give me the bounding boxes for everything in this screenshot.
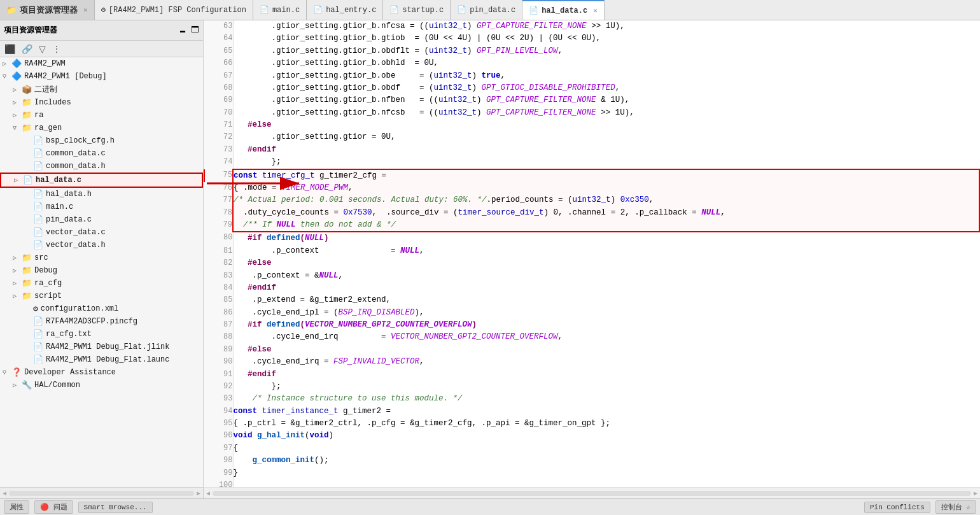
code-line-74: 74 };: [204, 156, 979, 169]
binary-icon: 📦: [22, 85, 32, 95]
sidebar-item-src[interactable]: ▷ 📁 src: [0, 251, 203, 264]
h-icon-vector: 📄: [33, 240, 43, 250]
sidebar-item-includes[interactable]: ▷ 📁 Includes: [0, 96, 203, 109]
collapse-all-button[interactable]: ⬛: [3, 43, 17, 55]
line-number: 65: [204, 45, 233, 57]
sidebar-item-bsp-clock[interactable]: 📄 bsp_clock_cfg.h: [0, 134, 203, 147]
tab-close-project[interactable]: ✕: [83, 6, 88, 14]
sidebar-item-launch[interactable]: 📄 RA4M2_PWM1 Debug_Flat.launc: [0, 353, 203, 366]
sidebar-item-hal-common[interactable]: ▷ 🔧 HAL/Common: [0, 379, 203, 392]
editor-hscroll[interactable]: ◀ ▶: [204, 487, 980, 498]
code-line-96: 96void g_hal_init(void): [204, 430, 979, 442]
link-editor-button[interactable]: 🔗: [20, 43, 34, 55]
code-line-75: 75const timer_cfg_t g_timer2_cfg =: [204, 169, 979, 182]
tab-hal-data[interactable]: 📄 hal_data.c ✕: [522, 0, 605, 20]
maximize-icon[interactable]: 🗖: [191, 25, 199, 35]
label-common-data-c: common_data.c: [46, 149, 106, 158]
sidebar-item-r7fa[interactable]: 📄 R7FA4M2AD3CFP.pincfg: [0, 315, 203, 328]
sidebar-hscroll[interactable]: ◀ ▶: [0, 487, 203, 498]
label-dev-assist: Developer Assistance: [24, 368, 116, 377]
sidebar-item-jlink[interactable]: 📄 RA4M2_PWM1 Debug_Flat.jlink: [0, 341, 203, 353]
sidebar-item-hal-data-h[interactable]: 📄 hal_data.h: [0, 188, 203, 201]
status-tab-console[interactable]: 控制台 ☆: [935, 500, 976, 514]
code-line-98: 98 g_common_init();: [204, 455, 979, 467]
sidebar-item-ra4m2-pwm1-debug[interactable]: ▽ 🔷 RA4M2_PWM1 [Debug]: [0, 70, 203, 83]
editor-content[interactable]: 63 .gtior_setting.gtior_b.nfcsa = ((uint…: [204, 20, 980, 487]
line-number: 94: [204, 406, 233, 418]
launch-icon: 📄: [33, 355, 43, 365]
sidebar-item-vector-data-h[interactable]: 📄 vector_data.h: [0, 239, 203, 251]
line-code-content: #if defined(VECTOR_NUMBER_GPT2_COUNTER_O…: [233, 319, 979, 331]
sidebar-content[interactable]: ▷ 🔷 RA4M2_PWM ▽ 🔷 RA4M2_PWM1 [Debug] ▷ 📦…: [0, 57, 203, 487]
dev-assist-icon: ❓: [11, 367, 22, 377]
arrow-pin-data-c: [24, 216, 33, 223]
sidebar-item-ra-cfg-txt[interactable]: 📄 ra_cfg.txt: [0, 328, 203, 341]
sidebar-item-pin-data-c[interactable]: 📄 pin_data.c: [0, 213, 203, 226]
sidebar-item-main-c[interactable]: 📄 main.c: [0, 201, 203, 213]
sidebar-item-ra-cfg[interactable]: ▷ 📁 ra_cfg: [0, 277, 203, 290]
tab-pin-data[interactable]: 📄 pin_data.c: [451, 0, 522, 20]
sidebar-item-common-data-h[interactable]: 📄 common_data.h: [0, 160, 203, 173]
sidebar-item-ra-gen[interactable]: ▽ 📁 ra_gen: [0, 122, 203, 134]
sidebar-item-ra4m2-pwm[interactable]: ▷ 🔷 RA4M2_PWM: [0, 57, 203, 70]
status-tab-pin-conflicts[interactable]: Pin Conflicts: [864, 502, 930, 513]
sidebar-item-dev-assist[interactable]: ▽ ❓ Developer Assistance: [0, 366, 203, 379]
sidebar-item-common-data-c[interactable]: 📄 common_data.c: [0, 147, 203, 160]
line-number: 85: [204, 294, 233, 306]
arrow-common-data-c: [24, 150, 33, 157]
status-tab-properties[interactable]: 属性: [4, 500, 29, 514]
line-code-content: }: [233, 467, 979, 479]
minimize-icon[interactable]: 🗕: [179, 25, 187, 35]
arrow-ra-cfg-txt: [24, 331, 33, 338]
status-tab-problems[interactable]: 🔴 问题: [34, 500, 73, 514]
c-file-icon5: 📄: [529, 6, 538, 15]
line-code-content: { .mode = TIMER_MODE_PWM,: [233, 182, 979, 194]
label-script: script: [34, 292, 62, 300]
tab-project-explorer[interactable]: 📁 项目资源管理器 ✕: [0, 0, 95, 20]
sidebar-item-debug[interactable]: ▷ 📁 Debug: [0, 264, 203, 277]
arrow-r7fa: [24, 318, 33, 325]
line-code-content: .gtior_setting.gtior_b.nfcsb = ((uint32_…: [233, 107, 979, 119]
menu-button[interactable]: ⋮: [50, 43, 63, 55]
tab-startup[interactable]: 📄 startup.c: [383, 0, 451, 20]
sidebar-item-binary[interactable]: ▷ 📦 二进制: [0, 83, 203, 96]
project-icon: 📁: [6, 5, 17, 15]
sidebar-item-config-xml[interactable]: ⚙ configuration.xml: [0, 302, 203, 315]
line-number: 83: [204, 270, 233, 282]
sidebar-item-ra[interactable]: ▷ 📁 ra: [0, 109, 203, 122]
arrow-script: ▷: [13, 292, 22, 300]
line-code-content: .cycle_end_irq = VECTOR_NUMBER_GPT2_COUN…: [233, 331, 979, 343]
tab-main-c[interactable]: 📄 main.c: [253, 0, 307, 20]
sidebar-header: 项目资源管理器 🗕 🗖: [0, 20, 203, 41]
code-line-70: 70 .gtior_setting.gtior_b.nfcsb = ((uint…: [204, 107, 979, 119]
line-number: 73: [204, 144, 233, 156]
line-number: 74: [204, 156, 233, 169]
status-tab-smart-browse[interactable]: Smart Browse...: [78, 502, 153, 513]
line-number: 96: [204, 430, 233, 442]
sidebar-item-script[interactable]: ▷ 📁 script: [0, 290, 203, 302]
line-code-content: .p_extend = &g_timer2_extend,: [233, 294, 979, 306]
tab-close-hal-data[interactable]: ✕: [593, 6, 598, 15]
code-line-99: 99}: [204, 467, 979, 479]
sidebar-item-vector-data-c[interactable]: 📄 vector_data.c: [0, 226, 203, 239]
code-line-66: 66 .gtior_setting.gtior_b.obhld = 0U,: [204, 57, 979, 69]
line-code-content: { .p_ctrl = &g_timer2_ctrl, .p_cfg = &g_…: [233, 418, 979, 430]
code-line-92: 92 };: [204, 381, 979, 393]
tab-hal-entry[interactable]: 📄 hal_entry.c: [307, 0, 383, 20]
code-line-86: 86 .cycle_end_ipl = (BSP_IRQ_DISABLED),: [204, 307, 979, 319]
ra-gen-icon: 📁: [22, 123, 32, 133]
code-line-78: 78 .duty_cycle_counts = 0x7530, .source_…: [204, 207, 979, 219]
code-line-72: 72 .gtior_setting.gtior = 0U,: [204, 131, 979, 143]
jlink-icon: 📄: [33, 342, 43, 352]
code-line-69: 69 .gtior_setting.gtior_b.nfben = ((uint…: [204, 94, 979, 106]
filter-button[interactable]: ▽: [37, 43, 48, 55]
line-code-content: #else: [233, 257, 979, 269]
label-src: src: [34, 253, 48, 262]
label-binary: 二进制: [34, 84, 57, 95]
line-number: 92: [204, 381, 233, 393]
line-number: 70: [204, 107, 233, 119]
tab-fsp-config[interactable]: ⚙ [RA4M2_PWM1] FSP Configuration: [95, 0, 253, 20]
c-icon-hal: 📄: [23, 175, 33, 185]
sidebar-item-hal-data-c[interactable]: ▷ 📄 hal_data.c: [0, 173, 203, 188]
line-number: 99: [204, 467, 233, 479]
